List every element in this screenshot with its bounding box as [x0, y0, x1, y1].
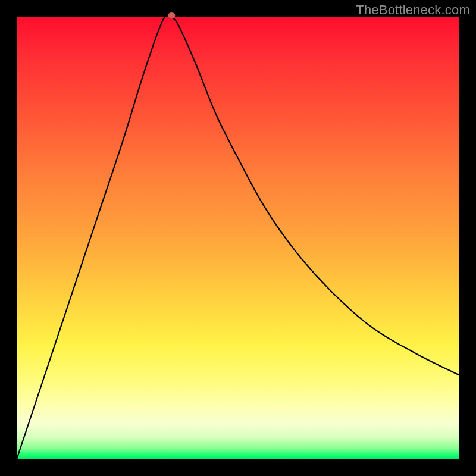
watermark-text: TheBottleneck.com: [356, 2, 470, 18]
bottleneck-curve: [17, 15, 459, 459]
curve-layer: [17, 17, 459, 459]
chart-frame: TheBottleneck.com: [0, 0, 476, 476]
plot-area: [17, 17, 459, 459]
optimum-marker: [168, 12, 175, 18]
